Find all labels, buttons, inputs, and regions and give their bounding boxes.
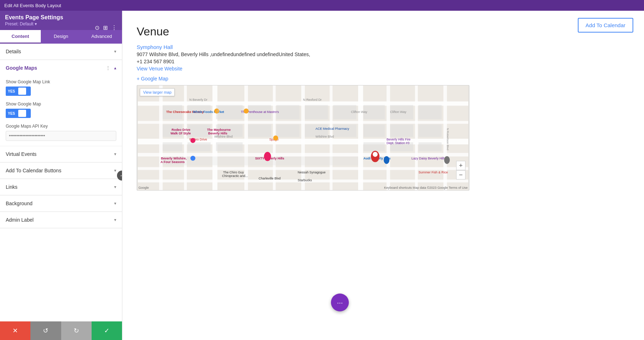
view-larger-map[interactable]: View larger map xyxy=(140,88,175,96)
svg-text:Clifton Way: Clifton Way xyxy=(351,110,367,114)
svg-text:Beverly Hills: Beverly Hills xyxy=(208,132,228,135)
svg-rect-26 xyxy=(248,124,271,137)
venue-website-link[interactable]: View Venue Website xyxy=(137,66,630,72)
venue-name-link[interactable]: Symphony Hall xyxy=(137,44,630,50)
toggle-knob-2 xyxy=(18,110,26,117)
svg-text:Nessah Synagogue: Nessah Synagogue xyxy=(298,171,326,174)
map-zoom-in[interactable]: + xyxy=(456,161,465,170)
svg-text:Starbucks: Starbucks xyxy=(298,178,312,182)
svg-text:Wilshire Blvd: Wilshire Blvd xyxy=(316,135,334,138)
section-google-maps-arrow: ▴ xyxy=(114,65,116,70)
section-background-label: Background xyxy=(6,201,33,206)
venue-section: Venue Symphony Hall 9077 Wilshire Blvd, … xyxy=(137,25,630,191)
section-google-maps-label: Google Maps xyxy=(6,65,37,71)
svg-text:N Beverly Dr: N Beverly Dr xyxy=(189,98,208,102)
svg-text:🍴: 🍴 xyxy=(216,109,219,113)
svg-point-87 xyxy=(444,156,450,164)
sidebar: Events Page Settings Preset: Default ▾ ⊙… xyxy=(0,11,122,340)
svg-point-84 xyxy=(384,156,389,164)
svg-text:N Rexford Dr: N Rexford Dr xyxy=(303,98,322,102)
section-details-label: Details xyxy=(6,49,21,54)
show-google-map-link-toggle[interactable]: YES xyxy=(6,87,31,96)
svg-text:The Chiro Guy: The Chiro Guy xyxy=(223,171,244,174)
svg-rect-9 xyxy=(184,85,187,190)
svg-rect-27 xyxy=(163,142,182,151)
map-zoom-controls: + − xyxy=(456,161,465,179)
svg-rect-15 xyxy=(358,85,363,190)
svg-point-80 xyxy=(190,138,195,143)
section-admin-label[interactable]: Admin Label ▾ xyxy=(0,212,122,228)
more-icon[interactable]: ⋮ xyxy=(111,24,117,31)
map-attribution-google: Google xyxy=(138,186,149,189)
svg-text:Beverly Hills Fire: Beverly Hills Fire xyxy=(386,138,410,141)
svg-rect-28 xyxy=(187,142,211,151)
tab-advanced[interactable]: Advanced xyxy=(81,30,122,44)
sidebar-bottom: ✕ ↺ ↻ ✓ xyxy=(0,321,122,340)
layout-icon-2[interactable]: ⊞ xyxy=(103,24,108,31)
api-key-input[interactable] xyxy=(6,131,116,141)
undo-button[interactable]: ↺ xyxy=(30,321,61,340)
section-links[interactable]: Links ▾ xyxy=(0,179,122,195)
toggle-knob xyxy=(18,88,26,95)
show-google-map-label: Show Google Map xyxy=(6,102,116,107)
map-svg: N Beverly Dr N Rexford Dr Wilshire Blvd … xyxy=(137,85,469,190)
svg-rect-8 xyxy=(159,85,163,190)
section-background-arrow: ▾ xyxy=(114,201,116,206)
svg-text:Walk Of Style: Walk Of Style xyxy=(171,132,191,135)
svg-rect-30 xyxy=(277,105,300,119)
section-virtual-events-label: Virtual Events xyxy=(6,151,36,157)
tab-design[interactable]: Design xyxy=(41,30,82,44)
svg-rect-35 xyxy=(333,124,356,137)
svg-point-83 xyxy=(373,152,378,157)
svg-text:N Robertson Blvd: N Robertson Blvd xyxy=(446,128,449,150)
section-admin-label-text: Admin Label xyxy=(6,217,34,223)
main-content: Add To Calendar Venue Symphony Hall 9077… xyxy=(122,11,644,340)
sidebar-title: Events Page Settings xyxy=(5,14,117,21)
section-links-label: Links xyxy=(6,184,18,190)
venue-phone: +1 234 567 8901 xyxy=(137,59,630,64)
section-links-arrow: ▾ xyxy=(114,184,116,189)
section-google-maps[interactable]: Google Maps ⋮ ▴ xyxy=(0,60,122,76)
svg-rect-40 xyxy=(390,124,413,137)
save-button[interactable]: ✓ xyxy=(92,321,122,340)
svg-text:Beverly Wilshire,: Beverly Wilshire, xyxy=(161,157,187,160)
svg-text:Dept. Station #3: Dept. Station #3 xyxy=(386,141,409,145)
close-button[interactable]: ✕ xyxy=(0,321,30,340)
svg-point-79 xyxy=(273,135,278,141)
svg-rect-29 xyxy=(216,142,243,151)
sidebar-header: Events Page Settings Preset: Default ▾ ⊙… xyxy=(0,11,122,30)
section-details[interactable]: Details ▾ xyxy=(0,44,122,60)
svg-text:Whole Foods Market: Whole Foods Market xyxy=(193,110,224,114)
floating-dots-button[interactable]: ··· xyxy=(331,294,349,311)
section-virtual-events[interactable]: Virtual Events ▾ xyxy=(0,146,122,162)
svg-text:A Four Seasons: A Four Seasons xyxy=(161,160,185,164)
section-add-to-calendar-label: Add To Calendar Buttons xyxy=(6,168,61,173)
svg-point-85 xyxy=(264,152,271,161)
google-map-link[interactable]: + Google Map xyxy=(137,76,630,82)
sidebar-content: Details ▾ Google Maps ⋮ ▴ Show Google Ma… xyxy=(0,44,122,321)
svg-text:Charleville Blvd: Charleville Blvd xyxy=(259,177,281,180)
section-google-maps-dots[interactable]: ⋮ xyxy=(106,65,111,71)
show-google-map-toggle[interactable]: YES xyxy=(6,109,31,118)
layout-icon-1[interactable]: ⊙ xyxy=(95,24,99,31)
show-google-map-link-label: Show Google Map Link xyxy=(6,79,116,84)
add-to-calendar-button[interactable]: Add To Calendar xyxy=(578,18,633,33)
svg-text:The Maybourne: The Maybourne xyxy=(207,128,231,132)
venue-section-title: Venue xyxy=(137,25,630,38)
api-key-label: Google Maps API Key xyxy=(6,124,116,129)
map-container: N Beverly Dr N Rexford Dr Wilshire Blvd … xyxy=(137,85,469,191)
svg-rect-44 xyxy=(419,142,442,151)
section-add-to-calendar[interactable]: Add To Calendar Buttons ▾ xyxy=(0,163,122,179)
section-add-to-calendar-arrow: ▾ xyxy=(114,168,116,173)
svg-text:Clifton Way: Clifton Way xyxy=(390,110,406,114)
section-background[interactable]: Background ▾ xyxy=(0,196,122,212)
svg-point-81 xyxy=(190,156,195,161)
svg-text:ACE Medical Pharmacy: ACE Medical Pharmacy xyxy=(316,127,350,130)
redo-button[interactable]: ↻ xyxy=(61,321,92,340)
svg-point-78 xyxy=(244,109,249,114)
svg-rect-31 xyxy=(305,105,328,119)
tab-content[interactable]: Content xyxy=(0,30,41,44)
svg-rect-33 xyxy=(277,124,300,137)
map-zoom-out[interactable]: − xyxy=(456,170,465,179)
sidebar-tabs: Content Design Advanced xyxy=(0,30,122,44)
